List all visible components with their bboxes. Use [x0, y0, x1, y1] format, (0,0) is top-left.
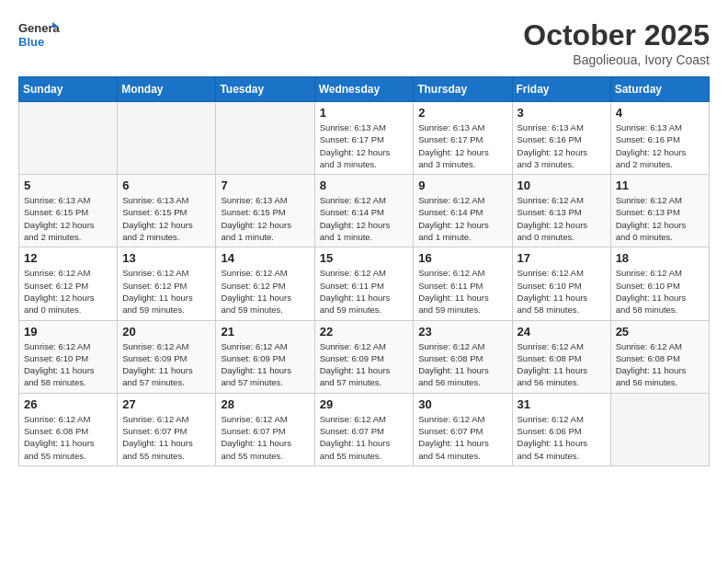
day-info: Sunrise: 6:12 AMSunset: 6:08 PMDaylight:… [24, 413, 112, 462]
day-number: 19 [24, 325, 112, 339]
day-number: 2 [418, 106, 506, 120]
logo: General Blue [18, 18, 60, 55]
day-info: Sunrise: 6:12 AMSunset: 6:11 PMDaylight:… [418, 267, 506, 316]
day-cell: 26Sunrise: 6:12 AMSunset: 6:08 PMDayligh… [19, 393, 118, 465]
week-row-3: 12Sunrise: 6:12 AMSunset: 6:12 PMDayligh… [19, 247, 710, 320]
day-cell [216, 102, 314, 175]
day-info: Sunrise: 6:12 AMSunset: 6:06 PMDaylight:… [518, 413, 606, 462]
location-subtitle: Bagolieoua, Ivory Coast [523, 52, 710, 67]
day-number: 8 [320, 178, 409, 192]
day-info: Sunrise: 6:12 AMSunset: 6:08 PMDaylight:… [518, 340, 606, 389]
day-info: Sunrise: 6:12 AMSunset: 6:14 PMDaylight:… [320, 194, 409, 243]
day-cell: 28Sunrise: 6:12 AMSunset: 6:07 PMDayligh… [216, 393, 314, 465]
day-info: Sunrise: 6:13 AMSunset: 6:16 PMDaylight:… [518, 121, 606, 170]
day-number: 1 [320, 106, 409, 120]
title-block: October 2025 Bagolieoua, Ivory Coast [523, 18, 710, 67]
day-cell: 1Sunrise: 6:13 AMSunset: 6:17 PMDaylight… [314, 102, 414, 175]
day-cell: 27Sunrise: 6:12 AMSunset: 6:07 PMDayligh… [118, 393, 216, 465]
day-number: 5 [24, 178, 112, 192]
day-cell: 2Sunrise: 6:13 AMSunset: 6:17 PMDaylight… [414, 102, 512, 175]
day-number: 14 [221, 251, 309, 265]
week-row-2: 5Sunrise: 6:13 AMSunset: 6:15 PMDaylight… [19, 175, 710, 247]
col-header-tuesday: Tuesday [216, 77, 314, 102]
day-info: Sunrise: 6:12 AMSunset: 6:11 PMDaylight:… [320, 267, 409, 316]
day-number: 12 [24, 251, 112, 265]
day-number: 16 [418, 251, 506, 265]
day-cell: 24Sunrise: 6:12 AMSunset: 6:08 PMDayligh… [512, 320, 610, 393]
day-number: 15 [320, 251, 409, 265]
day-number: 30 [418, 397, 506, 411]
day-info: Sunrise: 6:12 AMSunset: 6:07 PMDaylight:… [122, 413, 210, 462]
day-cell: 31Sunrise: 6:12 AMSunset: 6:06 PMDayligh… [512, 393, 610, 465]
day-number: 26 [24, 397, 112, 411]
col-header-saturday: Saturday [610, 77, 709, 102]
day-info: Sunrise: 6:12 AMSunset: 6:08 PMDaylight:… [418, 340, 506, 389]
day-info: Sunrise: 6:12 AMSunset: 6:13 PMDaylight:… [518, 194, 606, 243]
day-cell: 4Sunrise: 6:13 AMSunset: 6:16 PMDaylight… [610, 102, 709, 175]
week-row-1: 1Sunrise: 6:13 AMSunset: 6:17 PMDaylight… [19, 102, 710, 175]
day-info: Sunrise: 6:12 AMSunset: 6:07 PMDaylight:… [320, 413, 409, 462]
day-cell: 3Sunrise: 6:13 AMSunset: 6:16 PMDaylight… [512, 102, 610, 175]
day-info: Sunrise: 6:12 AMSunset: 6:09 PMDaylight:… [320, 340, 409, 389]
day-cell: 25Sunrise: 6:12 AMSunset: 6:08 PMDayligh… [610, 320, 709, 393]
logo-bird-icon: General Blue [18, 18, 60, 55]
day-info: Sunrise: 6:12 AMSunset: 6:09 PMDaylight:… [122, 340, 210, 389]
day-cell: 17Sunrise: 6:12 AMSunset: 6:10 PMDayligh… [512, 247, 610, 320]
day-number: 7 [221, 178, 309, 192]
day-cell: 19Sunrise: 6:12 AMSunset: 6:10 PMDayligh… [19, 320, 118, 393]
day-cell: 8Sunrise: 6:12 AMSunset: 6:14 PMDaylight… [314, 175, 414, 247]
day-number: 22 [320, 325, 409, 339]
day-cell: 5Sunrise: 6:13 AMSunset: 6:15 PMDaylight… [19, 175, 118, 247]
day-cell: 22Sunrise: 6:12 AMSunset: 6:09 PMDayligh… [314, 320, 414, 393]
day-info: Sunrise: 6:12 AMSunset: 6:07 PMDaylight:… [221, 413, 309, 462]
day-info: Sunrise: 6:12 AMSunset: 6:09 PMDaylight:… [221, 340, 309, 389]
day-info: Sunrise: 6:13 AMSunset: 6:15 PMDaylight:… [24, 194, 112, 243]
day-number: 6 [122, 178, 210, 192]
col-header-sunday: Sunday [19, 77, 118, 102]
page-header: General Blue October 2025 Bagolieoua, Iv… [18, 18, 710, 67]
day-info: Sunrise: 6:12 AMSunset: 6:12 PMDaylight:… [221, 267, 309, 316]
calendar-table: SundayMondayTuesdayWednesdayThursdayFrid… [18, 76, 710, 466]
day-number: 21 [221, 325, 309, 339]
day-number: 13 [122, 251, 210, 265]
day-cell [19, 102, 118, 175]
day-number: 20 [122, 325, 210, 339]
day-info: Sunrise: 6:12 AMSunset: 6:13 PMDaylight:… [616, 194, 704, 243]
col-header-wednesday: Wednesday [314, 77, 414, 102]
day-info: Sunrise: 6:13 AMSunset: 6:17 PMDaylight:… [418, 121, 506, 170]
day-number: 17 [518, 251, 606, 265]
day-number: 10 [518, 178, 606, 192]
day-cell: 23Sunrise: 6:12 AMSunset: 6:08 PMDayligh… [414, 320, 512, 393]
day-cell: 14Sunrise: 6:12 AMSunset: 6:12 PMDayligh… [216, 247, 314, 320]
day-cell: 16Sunrise: 6:12 AMSunset: 6:11 PMDayligh… [414, 247, 512, 320]
day-info: Sunrise: 6:13 AMSunset: 6:17 PMDaylight:… [320, 121, 409, 170]
day-cell: 10Sunrise: 6:12 AMSunset: 6:13 PMDayligh… [512, 175, 610, 247]
day-cell: 29Sunrise: 6:12 AMSunset: 6:07 PMDayligh… [314, 393, 414, 465]
day-info: Sunrise: 6:13 AMSunset: 6:16 PMDaylight:… [616, 121, 704, 170]
day-info: Sunrise: 6:13 AMSunset: 6:15 PMDaylight:… [122, 194, 210, 243]
day-number: 28 [221, 397, 309, 411]
day-number: 31 [518, 397, 606, 411]
day-info: Sunrise: 6:12 AMSunset: 6:08 PMDaylight:… [616, 340, 704, 389]
col-header-monday: Monday [118, 77, 216, 102]
day-info: Sunrise: 6:12 AMSunset: 6:10 PMDaylight:… [24, 340, 112, 389]
week-row-5: 26Sunrise: 6:12 AMSunset: 6:08 PMDayligh… [19, 393, 710, 465]
week-row-4: 19Sunrise: 6:12 AMSunset: 6:10 PMDayligh… [19, 320, 710, 393]
svg-text:Blue: Blue [18, 35, 44, 49]
day-number: 29 [320, 397, 409, 411]
month-title: October 2025 [523, 18, 710, 52]
day-number: 24 [518, 325, 606, 339]
day-number: 11 [616, 178, 704, 192]
day-cell [118, 102, 216, 175]
day-number: 27 [122, 397, 210, 411]
day-info: Sunrise: 6:12 AMSunset: 6:07 PMDaylight:… [418, 413, 506, 462]
day-info: Sunrise: 6:12 AMSunset: 6:14 PMDaylight:… [418, 194, 506, 243]
day-info: Sunrise: 6:12 AMSunset: 6:10 PMDaylight:… [518, 267, 606, 316]
day-number: 3 [518, 106, 606, 120]
day-info: Sunrise: 6:12 AMSunset: 6:10 PMDaylight:… [616, 267, 704, 316]
day-cell: 9Sunrise: 6:12 AMSunset: 6:14 PMDaylight… [414, 175, 512, 247]
day-cell: 11Sunrise: 6:12 AMSunset: 6:13 PMDayligh… [610, 175, 709, 247]
day-number: 25 [616, 325, 704, 339]
day-cell: 13Sunrise: 6:12 AMSunset: 6:12 PMDayligh… [118, 247, 216, 320]
col-header-thursday: Thursday [414, 77, 512, 102]
